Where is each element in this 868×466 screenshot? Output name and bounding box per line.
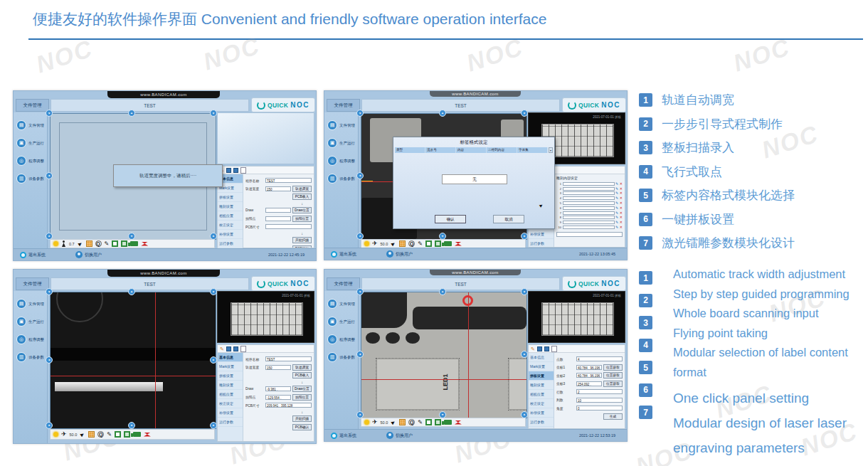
pen-icon[interactable]: ✎ bbox=[418, 420, 423, 425]
marker-icon[interactable] bbox=[455, 242, 462, 246]
sidebar-item[interactable]: 文件管理 bbox=[327, 120, 358, 130]
cursor-icon[interactable]: ► bbox=[79, 430, 87, 438]
settings-menu-item[interactable]: 补偿设置 bbox=[529, 408, 554, 418]
settings-menu-item[interactable]: 拼板设置 bbox=[218, 193, 243, 202]
grid-icon[interactable] bbox=[88, 431, 95, 438]
settings-menu-item[interactable]: 补偿设置 bbox=[529, 230, 554, 239]
logout-icon[interactable] bbox=[20, 252, 26, 258]
cursor-icon[interactable]: ► bbox=[390, 418, 398, 426]
pan-handle-icon[interactable] bbox=[46, 110, 53, 117]
logout-label[interactable]: 退出系统 bbox=[28, 252, 46, 258]
delete-row-icon[interactable]: ✕ bbox=[620, 226, 623, 229]
delete-row-icon[interactable]: ✕ bbox=[620, 201, 623, 205]
sidebar-item[interactable]: 设备参数 bbox=[16, 352, 47, 362]
switch-user-label[interactable]: 切换用户 bbox=[396, 433, 413, 439]
logout-label[interactable]: 退出系统 bbox=[339, 251, 356, 258]
settings-menu-item[interactable]: Mark设置 bbox=[529, 362, 554, 371]
pan-handle-icon[interactable] bbox=[46, 356, 53, 364]
field-input[interactable]: 40.784 , 96.196 bbox=[576, 373, 602, 378]
field-input[interactable]: 0 bbox=[576, 406, 623, 411]
field-button[interactable]: 拍照位置 bbox=[292, 216, 312, 222]
field-input[interactable]: -129.554 , 519.434 bbox=[265, 395, 291, 400]
zoom-icon[interactable]: Q bbox=[408, 240, 415, 247]
sidebar-item[interactable]: 生产运行 bbox=[16, 138, 47, 148]
pen-icon[interactable]: ✎ bbox=[105, 241, 110, 247]
step-mode-icon[interactable] bbox=[61, 240, 66, 247]
header-file-management[interactable]: 文件管理 bbox=[16, 99, 49, 112]
delete-row-icon[interactable]: ✕ bbox=[620, 191, 623, 195]
delete-row-icon[interactable]: ✕ bbox=[620, 221, 623, 224]
delete-row-icon[interactable]: ✕ bbox=[620, 211, 623, 215]
marker-icon[interactable] bbox=[144, 433, 151, 437]
field-button[interactable]: 生成 bbox=[603, 413, 623, 420]
content-input[interactable] bbox=[563, 221, 615, 224]
header-file-management[interactable]: 文件管理 bbox=[327, 277, 360, 290]
pan-handle-icon[interactable] bbox=[439, 110, 446, 117]
field-button[interactable]: PCB确认 bbox=[292, 245, 312, 248]
pan-handle-icon[interactable] bbox=[46, 233, 53, 240]
settings-menu-item[interactable]: 相机位置 bbox=[529, 390, 554, 399]
pan-handle-icon[interactable] bbox=[128, 110, 135, 117]
field-button[interactable]: PCB确认 bbox=[292, 424, 312, 430]
content-input[interactable] bbox=[563, 182, 615, 186]
field-input[interactable]: TEST bbox=[265, 178, 312, 183]
settings-menu-item[interactable]: 补偿设置 bbox=[218, 408, 243, 418]
frame-select-icon[interactable] bbox=[115, 431, 121, 438]
settings-menu-item[interactable]: 雕刻设置 bbox=[529, 381, 554, 390]
pan-handle-icon[interactable] bbox=[356, 351, 364, 358]
sidebar-item[interactable]: 设备参数 bbox=[327, 352, 358, 362]
switch-user-label[interactable]: 切换用户 bbox=[396, 251, 413, 258]
header-file-management[interactable]: 文件管理 bbox=[16, 277, 49, 290]
cursor-icon[interactable]: ► bbox=[390, 240, 398, 248]
frame-select-icon[interactable] bbox=[425, 419, 432, 425]
pan-handle-icon[interactable] bbox=[210, 233, 217, 240]
field-button[interactable]: 开始扫描 bbox=[292, 415, 312, 422]
frame-select-icon[interactable] bbox=[425, 240, 432, 247]
confirm-button[interactable]: 确认 bbox=[435, 215, 466, 223]
content-input[interactable] bbox=[563, 187, 615, 191]
new-document-icon[interactable] bbox=[551, 346, 557, 352]
marker-icon[interactable] bbox=[455, 420, 462, 425]
settings-menu-item[interactable]: 相机位置 bbox=[218, 390, 243, 399]
edit-row-icon[interactable]: ✎ bbox=[615, 216, 618, 219]
frame-fill-icon[interactable] bbox=[121, 240, 127, 247]
content-input[interactable] bbox=[563, 226, 615, 229]
user-icon[interactable] bbox=[386, 432, 393, 439]
sidebar-item[interactable]: 文件管理 bbox=[327, 299, 358, 309]
field-input[interactable]: 209.941 , 395.128 bbox=[265, 403, 312, 408]
frame-fill-icon[interactable] bbox=[435, 419, 441, 425]
pan-handle-icon[interactable] bbox=[356, 233, 364, 240]
sidebar-item[interactable]: 文件管理 bbox=[16, 299, 47, 309]
field-button[interactable]: 位置获取 bbox=[603, 372, 623, 378]
save-icon[interactable] bbox=[537, 346, 542, 351]
pan-handle-icon[interactable] bbox=[46, 288, 53, 295]
save-as-icon[interactable] bbox=[233, 168, 238, 173]
field-input[interactable] bbox=[265, 216, 291, 221]
field-input[interactable]: 150 bbox=[265, 365, 291, 370]
save-as-icon[interactable] bbox=[233, 346, 238, 351]
zoom-icon[interactable]: Q bbox=[95, 240, 102, 247]
frame-fill-icon[interactable] bbox=[435, 240, 441, 247]
sidebar-item[interactable]: 生产运行 bbox=[16, 317, 47, 327]
sidebar-item[interactable]: 生产运行 bbox=[327, 138, 358, 148]
pan-handle-icon[interactable] bbox=[521, 411, 528, 418]
settings-menu-item[interactable]: 校正设定 bbox=[529, 399, 554, 408]
pan-handle-icon[interactable] bbox=[521, 110, 528, 117]
settings-menu-item[interactable]: 基本信息 bbox=[529, 353, 554, 362]
light-icon[interactable] bbox=[53, 241, 58, 246]
flying-mode-icon[interactable]: ✈ bbox=[372, 419, 378, 425]
pan-handle-icon[interactable] bbox=[439, 288, 446, 295]
pan-handle-icon[interactable] bbox=[210, 356, 217, 364]
field-input[interactable]: -9.381 , 468.562 bbox=[265, 386, 291, 391]
field-button[interactable]: Draw位置 bbox=[292, 207, 312, 213]
field-input[interactable]: 254.092 , 95.518 bbox=[576, 381, 602, 386]
flying-mode-icon[interactable]: ✈ bbox=[61, 431, 67, 438]
pan-handle-icon[interactable] bbox=[356, 411, 364, 418]
settings-menu-item[interactable]: 运行参数 bbox=[218, 239, 243, 248]
sidebar-item[interactable]: 设备参数 bbox=[327, 174, 358, 184]
main-canvas[interactable] bbox=[50, 292, 216, 429]
transport-icon[interactable] bbox=[133, 432, 141, 437]
pan-handle-icon[interactable] bbox=[356, 288, 364, 295]
cancel-button[interactable]: 取消 bbox=[493, 215, 524, 223]
main-canvas[interactable]: LED1 LED1 bbox=[361, 292, 527, 418]
